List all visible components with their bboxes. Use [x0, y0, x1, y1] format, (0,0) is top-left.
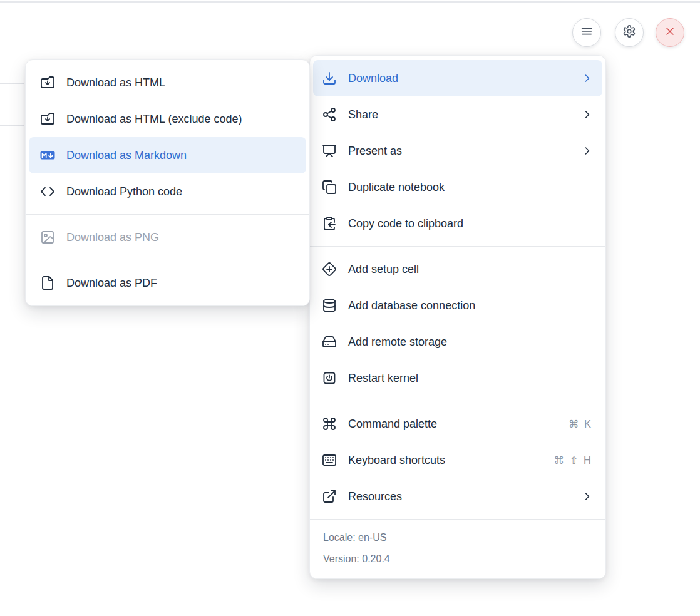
menu-item-label: Download as HTML (exclude code): [66, 113, 242, 126]
menu-item-label: Download: [348, 72, 398, 85]
menu-item-label: Download as PNG: [66, 231, 159, 244]
menu-item-keyboard-shortcuts[interactable]: Keyboard shortcuts ⌘ ⇧ H: [313, 442, 602, 478]
version-text: Version: 0.20.4: [323, 548, 592, 570]
menu-item-duplicate-notebook[interactable]: Duplicate notebook: [313, 169, 602, 205]
menu-item-label: Add setup cell: [348, 263, 419, 276]
duplicate-icon: [322, 180, 337, 195]
menu-item-copy-code[interactable]: Copy code to clipboard: [313, 205, 602, 242]
database-icon: [322, 298, 337, 313]
menu-item-label: Add remote storage: [348, 336, 447, 349]
menu-item-download[interactable]: Download: [313, 60, 602, 96]
menu-item-download-as-png: Download as PNG: [29, 219, 306, 255]
external-link-icon: [322, 489, 337, 504]
folder-download-icon: [40, 75, 55, 90]
menu-item-label: Download as HTML: [66, 76, 165, 90]
folder-download-icon: [40, 111, 55, 126]
menu-item-download-as-html-exclude-code[interactable]: Download as HTML (exclude code): [29, 101, 306, 137]
shortcut-hint: ⌘ K: [569, 418, 594, 430]
menu-item-add-setup-cell[interactable]: Add setup cell: [313, 251, 602, 287]
share-icon: [322, 107, 337, 122]
background-cell-border: [0, 125, 24, 126]
menu-item-label: Share: [348, 108, 378, 121]
diamond-plus-icon: [322, 262, 337, 277]
menu-item-label: Add database connection: [348, 299, 475, 312]
menu-item-label: Duplicate notebook: [348, 181, 445, 194]
submenu-section-pdf: Download as PDF: [26, 260, 309, 305]
menu-item-label: Restart kernel: [348, 372, 418, 385]
menu-item-label: Command palette: [348, 418, 437, 431]
menu-item-resources[interactable]: Resources: [313, 478, 602, 515]
notebook-menu-button[interactable]: [572, 18, 601, 47]
code-icon: [40, 184, 55, 199]
menu-item-label: Download Python code: [66, 185, 182, 198]
chevron-right-icon: [581, 108, 594, 121]
menu-item-label: Download as Markdown: [66, 149, 187, 162]
chevron-right-icon: [581, 490, 594, 503]
presentation-icon: [322, 143, 337, 158]
command-icon: [322, 416, 337, 431]
menu-item-share[interactable]: Share: [313, 96, 602, 133]
menu-item-add-database-connection[interactable]: Add database connection: [313, 287, 602, 324]
menu-item-label: Present as: [348, 145, 402, 158]
menu-item-add-remote-storage[interactable]: Add remote storage: [313, 324, 602, 360]
menu-item-restart-kernel[interactable]: Restart kernel: [313, 360, 602, 396]
menu-item-download-as-pdf[interactable]: Download as PDF: [29, 265, 306, 301]
gear-icon: [622, 24, 636, 41]
menu-footer: Locale: en-US Version: 0.20.4: [310, 519, 605, 578]
menu-item-present-as[interactable]: Present as: [313, 133, 602, 169]
menu-section-notebook: Download Share Present as: [310, 56, 605, 246]
chevron-right-icon: [581, 72, 594, 85]
hamburger-icon: [580, 24, 594, 41]
menu-item-download-python-code[interactable]: Download Python code: [29, 173, 306, 210]
shortcut-hint: ⌘ ⇧ H: [554, 454, 594, 466]
menu-section-kernel: Add setup cell Add database connection A…: [310, 246, 605, 401]
menu-item-command-palette[interactable]: Command palette ⌘ K: [313, 406, 602, 442]
page-top-divider: [0, 1, 700, 3]
image-icon: [40, 230, 55, 245]
close-button[interactable]: [656, 18, 684, 47]
download-submenu: Download as HTML Download as HTML (exclu…: [25, 59, 310, 306]
clipboard-copy-icon: [322, 216, 337, 231]
submenu-section-export: Download as HTML Download as HTML (exclu…: [26, 60, 309, 214]
notebook-actions-menu: Download Share Present as: [309, 55, 606, 579]
hard-drive-icon: [322, 334, 337, 349]
settings-button[interactable]: [615, 18, 644, 47]
menu-item-download-as-html[interactable]: Download as HTML: [29, 64, 306, 101]
keyboard-icon: [322, 453, 337, 468]
menu-item-label: Copy code to clipboard: [348, 217, 463, 230]
locale-text: Locale: en-US: [323, 527, 592, 548]
markdown-icon: [40, 148, 55, 163]
background-cell-border: [0, 83, 24, 84]
menu-item-label: Resources: [348, 490, 402, 503]
chevron-right-icon: [581, 145, 594, 157]
file-icon: [40, 275, 55, 290]
submenu-section-png: Download as PNG: [26, 214, 309, 260]
power-icon: [322, 371, 337, 386]
menu-item-label: Keyboard shortcuts: [348, 454, 445, 467]
menu-item-download-as-markdown[interactable]: Download as Markdown: [29, 137, 306, 173]
download-icon: [322, 71, 337, 86]
menu-section-help: Command palette ⌘ K Keyboard shortcuts ⌘…: [310, 401, 605, 519]
close-icon: [664, 25, 676, 40]
menu-item-label: Download as PDF: [66, 277, 157, 290]
